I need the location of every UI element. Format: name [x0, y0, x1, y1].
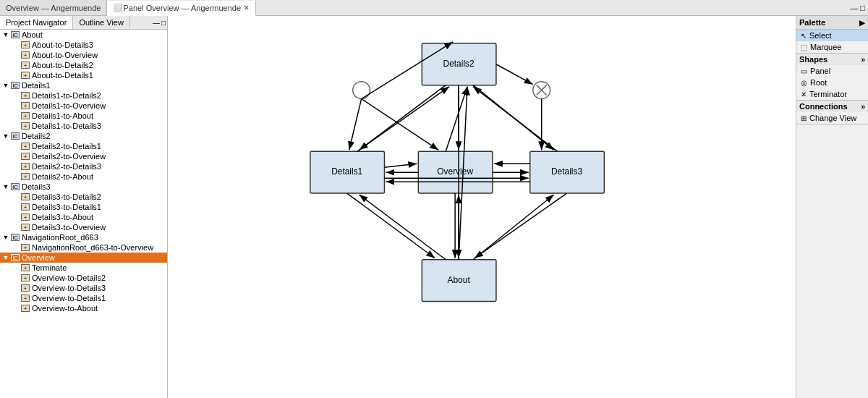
tree-item-navroot-to-overview[interactable]: +NavigationRoot_d663-to-Overview [0, 242, 167, 253]
tab-close-icon[interactable]: ✕ [244, 4, 250, 12]
tree-label-details1-to-details2: Details1-to-Details2 [32, 91, 101, 100]
tree-item-details2-to-about[interactable]: +Details2-to-About [0, 172, 167, 182]
tree-label-about-to-details1: About-to-Details1 [32, 71, 93, 80]
panel-shape-icon: ▭ [801, 67, 807, 75]
tree-label-details2-to-details1: Details2-to-Details1 [32, 142, 101, 151]
tree-label-details3-to-about: Details3-to-About [32, 213, 93, 221]
conn-icon-details1-to-overview: + [20, 101, 30, 110]
select-icon: ↖ [801, 32, 807, 40]
tree-item-details2-to-details3[interactable]: +Details2-to-Details3 [0, 161, 167, 172]
tree-item-terminate[interactable]: +Terminate [0, 263, 167, 273]
shape-panel[interactable]: ▭ Panel [796, 65, 868, 77]
tree-item-details1-to-overview[interactable]: +Details1-to-Overview [0, 101, 167, 111]
connection-change-view[interactable]: ⊞ Change View [796, 112, 868, 124]
tool-marquee[interactable]: ⬚ Marquee [796, 41, 868, 53]
top-tab-bar: Overview — Angermuende ⬜ Panel Overview … [0, 0, 868, 16]
tree-label-details3-to-details1: Details3-to-Details1 [32, 203, 101, 211]
tree-item-details1-group[interactable]: ▼ICDetails1 [0, 80, 167, 90]
panel-icon-details1-group: IC [10, 81, 20, 90]
tree-item-details1-to-about[interactable]: +Details1-to-About [0, 111, 167, 121]
shape-root[interactable]: ◎ Root [796, 77, 868, 88]
conn-start-overview [362, 99, 439, 151]
tree-label-details1-to-details3: Details1-to-Details3 [32, 122, 101, 130]
tree-label-about-to-overview: About-to-Overview [32, 51, 98, 59]
tree-item-overview-to-details2[interactable]: +Overview-to-Details2 [0, 273, 167, 283]
tree-item-about-to-details3[interactable]: +About-to-Details3 [0, 40, 167, 50]
tree-toggle-about-group[interactable]: ▼ [1, 31, 10, 38]
tree-item-navroot-group[interactable]: ▼ICNavigationRoot_d663 [0, 232, 167, 242]
connections-section: Connections » ⊞ Change View [796, 101, 868, 124]
shapes-collapse[interactable]: » [861, 56, 865, 64]
tab-panel-overview[interactable]: ⬜ Panel Overview — Angermuende ✕ [107, 1, 256, 16]
panel-icon-navroot-group: IC [10, 233, 20, 242]
tree-label-details2-to-details3: Details2-to-Details3 [32, 162, 101, 171]
tree-item-details3-to-overview[interactable]: +Details3-to-Overview [0, 222, 167, 232]
tool-marquee-label: Marquee [810, 43, 841, 51]
tab-panel-overview-label: Panel Overview — Angermuende [123, 4, 241, 12]
tree-label-details3-to-details2: Details3-to-Details2 [32, 192, 101, 201]
panel-icon-details2-group: IC [10, 132, 20, 140]
tree-item-about-group[interactable]: ▼ICAbout [0, 30, 167, 40]
left-tab-project-navigator[interactable]: Project Navigator [0, 16, 73, 29]
tree-label-details3-to-overview: Details3-to-Overview [32, 223, 106, 232]
tab-overview-label: Overview — Angermuende [6, 4, 101, 12]
tree-item-details3-group[interactable]: ▼ICDetails3 [0, 182, 167, 192]
conn-d3-details2 [473, 87, 558, 152]
connection-change-view-label: Change View [809, 114, 856, 122]
tree-label-details2-group: Details2 [22, 132, 51, 140]
left-tab-outline-view[interactable]: Outline View [73, 16, 130, 29]
root-shape-icon: ◎ [801, 79, 807, 87]
right-panel: Palette ▶ ↖ Select ⬚ Marquee Shapes » ▭ … [796, 16, 868, 398]
tree-toggle-details1-group[interactable]: ▼ [1, 82, 10, 89]
tab-panel-overview-icon: ⬜ [113, 3, 123, 12]
palette-collapse[interactable]: ▶ [859, 19, 865, 27]
center-canvas[interactable]: Details2 Details1 Overview Details3 Abou… [168, 16, 796, 398]
tree-item-details2-to-details1[interactable]: +Details2-to-Details1 [0, 141, 167, 151]
conn-icon-details3-to-overview: + [20, 223, 30, 232]
shape-panel-label: Panel [810, 67, 830, 75]
tree-item-overview-to-about[interactable]: +Overview-to-About [0, 303, 167, 313]
tree-item-details1-to-details3[interactable]: +Details1-to-Details3 [0, 121, 167, 131]
connections-header: Connections » [796, 101, 868, 112]
shape-terminator[interactable]: ✕ Terminator [796, 88, 868, 100]
node-about-label: About [448, 275, 471, 285]
tree-item-about-to-details1[interactable]: +About-to-Details1 [0, 70, 167, 80]
tree-item-details1-to-details2[interactable]: +Details1-to-Details2 [0, 90, 167, 101]
start-terminator[interactable] [353, 82, 370, 99]
tree-item-overview-to-details1[interactable]: +Overview-to-Details1 [0, 293, 167, 303]
tree-item-details2-group[interactable]: ▼ICDetails2 [0, 131, 167, 141]
tree-item-about-to-overview[interactable]: +About-to-Overview [0, 50, 167, 60]
tree-toggle-overview-group[interactable]: ▼ [1, 254, 10, 261]
connections-collapse[interactable]: » [861, 103, 865, 111]
tab-bar-minimize[interactable]: — [850, 4, 858, 12]
tree-toggle-navroot-group[interactable]: ▼ [1, 234, 10, 241]
tree-item-overview-group[interactable]: ▼ICOverview [0, 253, 167, 263]
tree-toggle-details2-group[interactable]: ▼ [1, 132, 10, 140]
shapes-header: Shapes » [796, 54, 868, 65]
node-details1-label: Details1 [331, 166, 362, 177]
tree-item-details3-to-details1[interactable]: +Details3-to-Details1 [0, 202, 167, 212]
conn-icon-details1-to-about: + [20, 111, 30, 120]
tool-select[interactable]: ↖ Select [796, 30, 868, 41]
tree-item-details3-to-about[interactable]: +Details3-to-About [0, 212, 167, 222]
tree-label-overview-to-details2: Overview-to-Details2 [32, 274, 106, 282]
tab-overview[interactable]: Overview — Angermuende [0, 0, 107, 15]
palette-title: Palette [799, 18, 825, 27]
tree-item-overview-to-details3[interactable]: +Overview-to-Details3 [0, 283, 167, 293]
left-panel: Project Navigator Outline View — □ ▼ICAb… [0, 16, 168, 398]
tree-label-navroot-group: NavigationRoot_d663 [22, 233, 98, 242]
marquee-icon: ⬚ [801, 43, 807, 51]
tree-item-details2-to-overview[interactable]: +Details2-to-Overview [0, 151, 167, 161]
change-view-icon: ⊞ [801, 114, 807, 122]
left-panel-min[interactable]: — [153, 19, 160, 27]
tree-item-about-to-details2[interactable]: +About-to-Details2 [0, 60, 167, 70]
tree-toggle-details3-group[interactable]: ▼ [1, 183, 10, 190]
tree-label-overview-to-details3: Overview-to-Details3 [32, 284, 106, 292]
left-panel-tabs: Project Navigator Outline View — □ [0, 16, 167, 30]
tab-bar-maximize[interactable]: □ [860, 4, 865, 12]
left-panel-max[interactable]: □ [161, 19, 166, 27]
node-details2-label: Details2 [443, 59, 475, 69]
tree-item-details3-to-details2[interactable]: +Details3-to-Details2 [0, 192, 167, 202]
tree-label-details2-to-overview: Details2-to-Overview [32, 152, 106, 161]
tree-label-overview-to-about: Overview-to-About [32, 304, 98, 313]
